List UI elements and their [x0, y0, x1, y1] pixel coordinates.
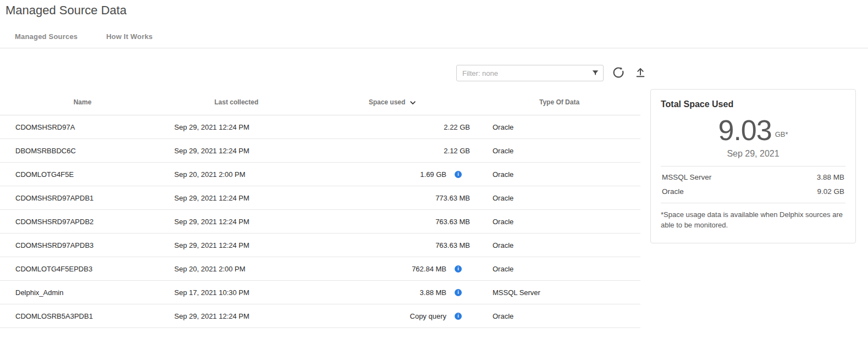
space-used-cell: 763.63 MB [308, 218, 478, 226]
space-used-value: 3.88 MB [420, 288, 446, 297]
source-name: CDOMSHSRD97APDB3 [0, 241, 165, 249]
data-type: Oracle [478, 170, 640, 179]
data-type: Oracle [478, 218, 640, 226]
data-type: MSSQL Server [478, 288, 640, 297]
info-icon[interactable] [446, 313, 470, 320]
table-row: DBOMSRBBDC6C Sep 29, 2021 12:24 PM 2.12 … [0, 139, 640, 163]
space-used-cell: Copy query [308, 312, 478, 320]
source-name: CDOMLOTG4F5E [0, 170, 165, 179]
space-used-cell: 1.69 GB [308, 170, 478, 179]
panel-title: Total Space Used [661, 99, 845, 109]
space-used-value: 2.12 GB [444, 147, 470, 155]
total-space-value: 9.03 [718, 114, 771, 146]
source-name: Delphix_Admin [0, 288, 165, 297]
data-type: Oracle [478, 147, 640, 155]
total-space-unit: GB* [775, 130, 788, 138]
export-button[interactable] [633, 66, 648, 80]
column-header-space-used-label: Space used [369, 98, 406, 106]
space-used-cell: 2.22 GB [308, 123, 478, 131]
breakdown-value: 3.88 MB [817, 173, 844, 181]
last-collected: Sep 20, 2021 2:00 PM [165, 265, 308, 273]
data-type: Oracle [478, 194, 640, 202]
breakdown-row: Oracle 9.02 GB [661, 187, 845, 196]
data-type: Oracle [478, 265, 640, 273]
info-icon[interactable] [446, 171, 470, 178]
tab-managed-sources[interactable]: Managed Sources [15, 32, 78, 41]
space-used-cell: 3.88 MB [308, 288, 478, 297]
column-header-space-used[interactable]: Space used [308, 97, 478, 107]
table-row: CDOMLOTG4F5E Sep 20, 2021 2:00 PM 1.69 G… [0, 163, 640, 186]
footnote: *Space usage data is available when Delp… [661, 210, 845, 231]
source-name: CDOMSHSRD97APDB2 [0, 218, 165, 226]
funnel-icon[interactable] [591, 69, 599, 77]
data-type: Oracle [478, 241, 640, 249]
chevron-down-icon[interactable] [408, 98, 417, 107]
last-collected: Sep 17, 2021 10:30 PM [165, 288, 308, 297]
info-icon[interactable] [446, 289, 470, 296]
table-row: CDOMSHSRD97APDB1 Sep 29, 2021 12:24 PM 7… [0, 186, 640, 210]
panel-divider [661, 203, 845, 203]
column-header-last-collected[interactable]: Last collected [165, 98, 308, 106]
last-collected: Sep 20, 2021 2:00 PM [165, 170, 308, 179]
table-row: CDOMLOTG4F5EPDB3 Sep 20, 2021 2:00 PM 76… [0, 257, 640, 281]
table-header: Name Last collected Space used Type Of D… [0, 90, 640, 115]
source-name: CDOMLOTG4F5EPDB3 [0, 265, 165, 273]
table-row: CDOMSHSRD97A Sep 29, 2021 12:24 PM 2.22 … [0, 115, 640, 139]
data-type: Oracle [478, 123, 640, 131]
source-name: DBOMSRBBDC6C [0, 147, 165, 155]
space-used-cell: 762.84 MB [308, 265, 478, 273]
copy-query-action[interactable]: Copy query [410, 312, 446, 320]
last-collected: Sep 29, 2021 12:24 PM [165, 312, 308, 320]
filter-input[interactable] [456, 65, 604, 81]
last-collected: Sep 29, 2021 12:24 PM [165, 194, 308, 202]
tabs-divider [0, 48, 868, 48]
space-used-value: 763.63 MB [435, 241, 470, 249]
refresh-icon [612, 66, 625, 81]
last-collected: Sep 29, 2021 12:24 PM [165, 218, 308, 226]
space-used-value: 773.63 MB [435, 194, 470, 202]
breakdown-label: Oracle [662, 187, 684, 196]
upload-icon [634, 66, 646, 80]
space-used-cell: 763.63 MB [308, 241, 478, 249]
tab-how-it-works[interactable]: How It Works [106, 32, 153, 41]
source-name: CDOMSHSRD97APDB1 [0, 194, 165, 202]
space-used-value: 2.22 GB [444, 123, 470, 131]
table-row: CDOMLOSRB5A3PDB1 Sep 29, 2021 12:24 PM C… [0, 304, 640, 328]
breakdown-row: MSSQL Server 3.88 MB [661, 173, 845, 181]
data-type: Oracle [478, 312, 640, 320]
toolbar [456, 65, 648, 81]
column-header-name[interactable]: Name [0, 98, 165, 106]
source-name: CDOMLOSRB5A3PDB1 [0, 312, 165, 320]
table-row: CDOMSHSRD97APDB2 Sep 29, 2021 12:24 PM 7… [0, 210, 640, 234]
total-space-date: Sep 29, 2021 [661, 149, 845, 159]
table-row: Delphix_Admin Sep 17, 2021 10:30 PM 3.88… [0, 281, 640, 304]
space-used-cell: 2.12 GB [308, 147, 478, 155]
breakdown-label: MSSQL Server [662, 173, 711, 181]
last-collected: Sep 29, 2021 12:24 PM [165, 123, 308, 131]
managed-sources-table: Name Last collected Space used Type Of D… [0, 90, 640, 328]
breakdown-value: 9.02 GB [817, 187, 844, 196]
info-icon[interactable] [446, 265, 470, 273]
last-collected: Sep 29, 2021 12:24 PM [165, 241, 308, 249]
space-used-value: 762.84 MB [412, 265, 446, 273]
space-used-cell: 773.63 MB [308, 194, 478, 202]
page-title: Managed Source Data [5, 3, 126, 18]
panel-divider [661, 166, 845, 166]
table-row: CDOMSHSRD97APDB3 Sep 29, 2021 12:24 PM 7… [0, 234, 640, 257]
space-used-value: 1.69 GB [420, 170, 446, 179]
source-name: CDOMSHSRD97A [0, 123, 165, 131]
column-header-type-of-data[interactable]: Type Of Data [478, 98, 640, 106]
last-collected: Sep 29, 2021 12:24 PM [165, 147, 308, 155]
tab-bar: Managed Sources How It Works [15, 32, 153, 41]
total-space-used-panel: Total Space Used 9.03GB* Sep 29, 2021 MS… [650, 89, 856, 243]
refresh-button[interactable] [611, 66, 626, 80]
space-used-value: 763.63 MB [435, 218, 470, 226]
